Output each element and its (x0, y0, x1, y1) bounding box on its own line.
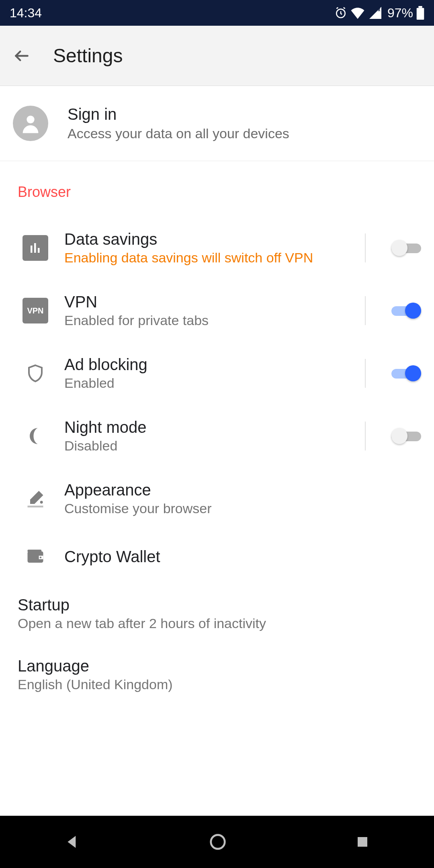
startup-subtitle: Open a new tab after 2 hours of inactivi… (18, 616, 416, 631)
night-mode-row[interactable]: Night mode Disabled (0, 405, 434, 467)
svg-rect-7 (38, 248, 40, 253)
appearance-row[interactable]: Appearance Customise your browser (0, 467, 434, 530)
sign-in-title: Sign in (68, 105, 289, 123)
night-mode-subtitle: Disabled (64, 438, 339, 454)
vpn-toggle[interactable] (391, 303, 421, 319)
data-savings-row[interactable]: Data savings Enabling data savings will … (0, 217, 434, 279)
svg-rect-3 (418, 6, 422, 8)
moon-icon (23, 423, 48, 449)
nav-back-icon[interactable] (64, 834, 80, 850)
vpn-row[interactable]: VPN VPN Enabled for private tabs (0, 279, 434, 342)
shield-icon (23, 360, 48, 386)
cellular-icon: x (368, 7, 383, 19)
vpn-icon: VPN (23, 298, 48, 323)
ad-blocking-toggle[interactable] (391, 365, 421, 381)
svg-rect-6 (34, 243, 36, 253)
system-nav-bar (0, 816, 434, 868)
language-row[interactable]: Language English (United Kingdom) (0, 644, 434, 692)
wallet-icon (23, 544, 48, 569)
battery-percentage: 97% (387, 6, 413, 20)
data-savings-toggle[interactable] (391, 240, 421, 256)
bar-chart-icon (23, 235, 48, 261)
crypto-wallet-row[interactable]: Crypto Wallet (0, 530, 434, 583)
status-time: 14:34 (10, 6, 42, 20)
night-mode-toggle[interactable] (391, 428, 421, 444)
svg-point-14 (211, 835, 225, 849)
avatar-icon (13, 106, 48, 141)
paint-icon (23, 486, 48, 512)
status-icons: x 97% (334, 6, 424, 20)
ad-blocking-subtitle: Enabled (64, 375, 339, 391)
back-icon[interactable] (13, 47, 31, 65)
svg-text:x: x (378, 7, 381, 12)
svg-point-4 (27, 116, 34, 123)
crypto-wallet-title: Crypto Wallet (64, 548, 415, 566)
divider (365, 422, 366, 450)
ad-blocking-title: Ad blocking (64, 356, 339, 374)
sign-in-row[interactable]: Sign in Access your data on all your dev… (0, 86, 434, 161)
language-title: Language (18, 657, 416, 675)
startup-title: Startup (18, 596, 416, 614)
divider (365, 296, 366, 325)
alarm-icon (334, 6, 347, 19)
nav-home-icon[interactable] (209, 833, 227, 851)
svg-point-13 (40, 557, 41, 558)
startup-row[interactable]: Startup Open a new tab after 2 hours of … (0, 583, 434, 644)
data-savings-subtitle: Enabling data savings will switch off VP… (64, 250, 339, 266)
svg-rect-9 (28, 506, 43, 507)
vpn-title: VPN (64, 293, 339, 311)
svg-point-8 (40, 501, 43, 504)
appearance-subtitle: Customise your browser (64, 501, 415, 516)
status-bar: 14:34 x 97% (0, 0, 434, 26)
svg-rect-5 (31, 246, 33, 253)
svg-rect-11 (28, 550, 42, 553)
language-subtitle: English (United Kingdom) (18, 677, 416, 692)
vpn-icon-label: VPN (27, 306, 43, 315)
svg-rect-15 (358, 837, 367, 847)
section-header-browser: Browser (0, 161, 434, 217)
ad-blocking-row[interactable]: Ad blocking Enabled (0, 342, 434, 405)
sign-in-subtitle: Access your data on all your devices (68, 126, 289, 141)
vpn-subtitle: Enabled for private tabs (64, 313, 339, 328)
app-bar: Settings (0, 26, 434, 86)
svg-rect-2 (417, 8, 424, 20)
divider (365, 359, 366, 388)
nav-recent-icon[interactable] (355, 835, 370, 849)
wifi-icon (350, 7, 365, 19)
battery-icon (416, 6, 424, 20)
data-savings-title: Data savings (64, 230, 339, 248)
divider (365, 233, 366, 262)
appearance-title: Appearance (64, 481, 415, 499)
night-mode-title: Night mode (64, 418, 339, 436)
page-title: Settings (53, 45, 123, 67)
